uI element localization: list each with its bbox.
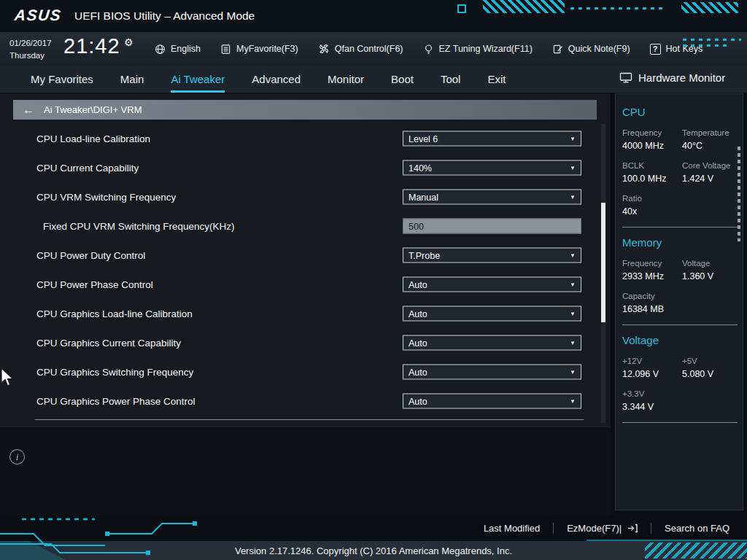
cpu-graphics-power-phase-control-dropdown[interactable]: Auto ▼ [403, 394, 581, 409]
cpu-graphics-load-line-calibration-dropdown[interactable]: Auto ▼ [403, 306, 581, 322]
hw-metric: Frequency 2933 MHz [622, 259, 682, 281]
tab-main[interactable]: Main [120, 66, 144, 93]
tab-my-favorites[interactable]: My Favorites [31, 66, 93, 93]
scrollbar[interactable] [601, 124, 605, 423]
hw-metric-value: 100.0 MHz [622, 174, 682, 184]
hardware-monitor-panel: CPU Frequency 4000 MHz Temperature 40°C … [615, 93, 743, 510]
cpu-power-phase-control-dropdown[interactable]: Auto ▼ [403, 277, 581, 292]
hardware-monitor-title: Hardware Monitor [638, 71, 725, 84]
chevron-down-icon: ▼ [570, 369, 576, 376]
tab-tool[interactable]: Tool [441, 66, 461, 93]
hw-section-title: CPU [622, 106, 743, 118]
tab-exit[interactable]: Exit [487, 66, 506, 93]
setting-row: CPU Current Capability 140% ▼ [0, 153, 611, 182]
setting-label: CPU VRM Switching Frequency [36, 192, 176, 203]
uefi-bios-screen: ASUS UEFI BIOS Utility – Advanced Mode 0… [0, 0, 747, 560]
cpu-current-capability-dropdown[interactable]: 140% ▼ [403, 160, 581, 176]
ezmode-button[interactable]: EzMode(F7)| [554, 523, 651, 534]
setting-label: CPU Current Capability [36, 163, 139, 174]
favorite-list-icon [220, 44, 231, 55]
tab-monitor[interactable]: Monitor [328, 66, 364, 93]
hw-metric-value: 12.096 V [622, 369, 682, 379]
back-arrow-icon[interactable]: ← [13, 104, 44, 117]
hw-metric-label: +3.3V [622, 389, 682, 398]
setting-label: CPU Load-line Calibration [36, 133, 150, 144]
scrollbar-thumb[interactable] [601, 203, 605, 322]
search-faq-button[interactable]: Search on FAQ [651, 523, 743, 534]
hw-metric: Frequency 4000 MHz [622, 128, 682, 151]
date-display: 01/26/2017 Thursday [9, 37, 52, 61]
breadcrumb: ← Ai Tweaker\DIGI+ VRM [13, 100, 597, 120]
hw-metric-label: +5V [682, 357, 742, 365]
hw-metric-label: Core Voltage [682, 161, 742, 170]
hw-metric: Temperature 40°C [682, 128, 742, 151]
quick-note-button[interactable]: Quick Note(F9) [552, 44, 630, 55]
hw-metric-label: +12V [622, 357, 682, 365]
hw-section-title: Voltage [622, 334, 743, 346]
setting-row: CPU Power Duty Control T.Probe ▼ [0, 241, 611, 270]
quick-note-label: Quick Note(F9) [568, 44, 630, 54]
setting-row: CPU Power Phase Control Auto ▼ [0, 270, 611, 299]
hw-metric-value: 40°C [682, 141, 742, 151]
dropdown-value: Auto [409, 338, 427, 348]
dropdown-value: Auto [409, 367, 427, 377]
clock-settings-gear-icon[interactable]: ⚙ [124, 36, 133, 48]
setting-row: CPU Graphics Current Capability Auto ▼ [0, 328, 611, 357]
myfavorite-button[interactable]: MyFavorite(F3) [220, 44, 298, 55]
hw-metric-value: 40x [622, 206, 682, 217]
cpu-graphics-current-capability-dropdown[interactable]: Auto ▼ [403, 335, 581, 351]
setting-label: CPU Graphics Switching Frequency [36, 367, 193, 378]
list-divider [35, 419, 584, 420]
last-modified-button[interactable]: Last Modified [471, 523, 553, 534]
fixed-vrm-frequency-input[interactable]: 500 [403, 219, 581, 234]
dropdown-value: Auto [409, 396, 427, 406]
circuit-decoration [587, 540, 747, 541]
hw-metric-value: 2933 MHz [622, 271, 682, 281]
wizard-bulb-icon [423, 44, 434, 55]
info-icon: i [9, 449, 25, 464]
circuit-decoration [681, 2, 738, 13]
hw-metric: Capacity 16384 MB [622, 292, 682, 314]
language-button[interactable]: English [155, 44, 201, 55]
hot-keys-button[interactable]: ? Hot Keys [650, 44, 703, 55]
hw-metric: +12V 12.096 V [622, 357, 682, 379]
dropdown-value: 140% [409, 163, 432, 173]
chevron-down-icon: ▼ [570, 340, 576, 346]
cpu-graphics-switching-frequency-dropdown[interactable]: Auto ▼ [403, 365, 581, 380]
tab-ai-tweaker[interactable]: Ai Tweaker [171, 66, 225, 93]
cpu-load-line-calibration-dropdown[interactable]: Level 6 ▼ [403, 131, 581, 147]
circuit-decoration [457, 4, 466, 13]
setting-label: Fixed CPU VRM Switching Frequency(KHz) [43, 221, 235, 232]
note-pencil-icon [552, 44, 563, 55]
tab-boot[interactable]: Boot [391, 66, 414, 93]
chevron-down-icon: ▼ [570, 194, 576, 201]
clock: 21:42 [63, 34, 120, 58]
hw-metric-value: 3.344 V [622, 402, 682, 412]
hardware-monitor-header: Hardware Monitor [619, 71, 725, 84]
version-text: Version 2.17.1246. Copyright (C) 2016 Am… [235, 545, 512, 556]
setting-row: Fixed CPU VRM Switching Frequency(KHz) 5… [0, 211, 611, 241]
hw-metric-value: 1.424 V [682, 174, 742, 184]
tab-advanced[interactable]: Advanced [252, 66, 301, 93]
hw-metric: +5V 5.080 V [682, 357, 742, 379]
hw-metric-label: Capacity [622, 292, 682, 300]
cpu-vrm-switching-frequency-dropdown[interactable]: Manual ▼ [403, 190, 581, 205]
title-bar: ASUS UEFI BIOS Utility – Advanced Mode [0, 0, 747, 32]
ezmode-label: EzMode(F7)| [567, 523, 622, 534]
ez-tuning-wizard-button[interactable]: EZ Tuning Wizard(F11) [423, 44, 533, 55]
chevron-down-icon: ▼ [570, 398, 576, 405]
setting-row: CPU Graphics Power Phase Control Auto ▼ [0, 386, 611, 416]
toolbar-buttons: English MyFavorite(F3) Qfan Control(F6) … [155, 32, 703, 66]
help-area: i [0, 427, 611, 516]
hw-metric-value: 4000 MHz [622, 141, 682, 151]
setting-row: CPU Graphics Switching Frequency Auto ▼ [0, 357, 611, 386]
settings-list: CPU Load-line Calibration Level 6 ▼ CPU … [0, 124, 611, 416]
hot-keys-label: Hot Keys [666, 44, 703, 54]
hw-scrollbar[interactable] [738, 147, 740, 241]
hw-section-divider [622, 422, 738, 423]
setting-label: CPU Graphics Current Capability [36, 338, 181, 349]
circuit-decoration [645, 542, 747, 559]
setting-row: CPU VRM Switching Frequency Manual ▼ [0, 182, 611, 211]
qfan-control-button[interactable]: Qfan Control(F6) [318, 43, 403, 55]
cpu-power-duty-control-dropdown[interactable]: T.Probe ▼ [403, 248, 581, 263]
